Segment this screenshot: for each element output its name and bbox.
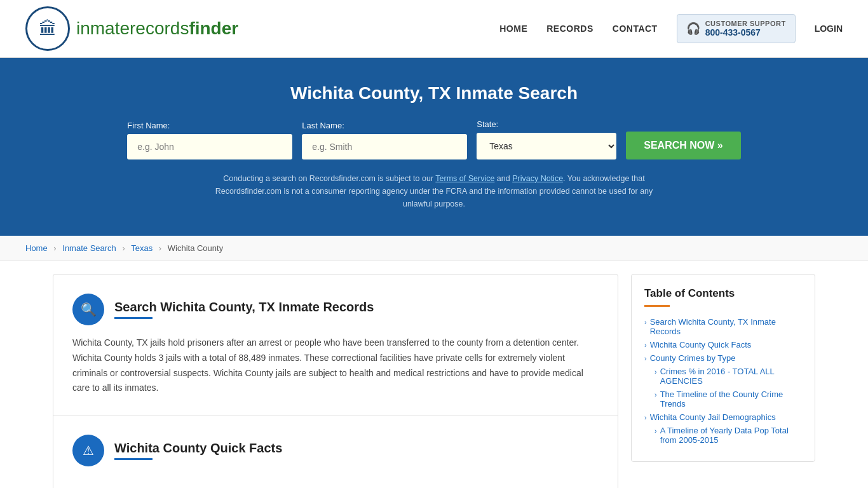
nav-home[interactable]: HOME <box>499 24 527 34</box>
chevron-icon-5: › <box>654 391 657 398</box>
toc-label-2: Wichita County Quick Facts <box>650 340 752 349</box>
main-nav: HOME RECORDS CONTACT 🎧 CUSTOMER SUPPORT … <box>499 14 843 43</box>
logo-text-bold: finder <box>189 18 238 38</box>
headset-icon: 🎧 <box>686 22 700 36</box>
chevron-icon-6: › <box>644 414 647 421</box>
breadcrumb-sep-3: › <box>159 243 161 253</box>
toc-label-6: Wichita County Jail Demographics <box>650 412 776 422</box>
chevron-icon-7: › <box>654 427 657 435</box>
section-title-wrap-1: Search Wichita County, TX Inmate Records <box>114 300 374 319</box>
state-label: State: <box>477 119 498 129</box>
warning-circle-icon: ⚠ <box>72 435 104 466</box>
toc-title: Table of Contents <box>644 287 802 300</box>
last-name-input[interactable] <box>302 134 467 159</box>
inmate-records-section: 🔍 Search Wichita County, TX Inmate Recor… <box>53 274 618 416</box>
first-name-input[interactable] <box>127 134 292 159</box>
search-circle-icon: 🔍 <box>72 294 104 325</box>
support-number: 800-433-0567 <box>705 27 786 37</box>
toc-label-3: County Crimes by Type <box>650 353 736 363</box>
chevron-icon-1: › <box>644 318 647 326</box>
toc-box: Table of Contents › Search Wichita Count… <box>631 274 815 462</box>
customer-support-box: 🎧 CUSTOMER SUPPORT 800-433-0567 <box>677 14 796 43</box>
breadcrumb-sep-2: › <box>122 243 125 253</box>
toc-link-4[interactable]: › Crimes % in 2016 - TOTAL ALL AGENCIES <box>654 367 802 386</box>
first-name-label: First Name: <box>127 121 170 130</box>
toc-link-6[interactable]: › Wichita County Jail Demographics <box>644 412 802 422</box>
section-title-wrap-2: Wichita County Quick Facts <box>114 441 282 460</box>
toc-item-2: › Wichita County Quick Facts <box>644 340 802 349</box>
toc-label-5: The Timeline of the County Crime Trends <box>660 390 802 409</box>
toc-item-5: › The Timeline of the County Crime Trend… <box>644 390 802 409</box>
chevron-icon-4: › <box>654 368 657 376</box>
toc-item-4: › Crimes % in 2016 - TOTAL ALL AGENCIES <box>644 367 802 386</box>
section-body-1: Wichita County, TX jails hold prisoners … <box>72 336 599 396</box>
breadcrumb-current: Wichita County <box>168 243 223 253</box>
first-name-group: First Name: <box>127 121 292 159</box>
tos-link[interactable]: Terms of Service <box>435 174 494 183</box>
site-header: 🏛 inmaterecordsfinder HOME RECORDS CONTA… <box>0 0 868 58</box>
logo-circle: 🏛 <box>25 6 70 51</box>
state-group: State: Texas Alabama Alaska Arizona Cali… <box>477 119 616 159</box>
hero-section: Wichita County, TX Inmate Search First N… <box>0 58 868 236</box>
toc-link-3[interactable]: › County Crimes by Type <box>644 353 802 363</box>
main-container: 🔍 Search Wichita County, TX Inmate Recor… <box>27 274 841 488</box>
toc-item-7: › A Timeline of Yearly Data Pop Total fr… <box>644 426 802 445</box>
title-underline-1 <box>114 317 153 319</box>
warning-icon: ⚠ <box>83 443 94 458</box>
toc-label-4: Crimes % in 2016 - TOTAL ALL AGENCIES <box>660 367 802 386</box>
breadcrumb-home[interactable]: Home <box>25 243 48 253</box>
toc-link-1[interactable]: › Search Wichita County, TX Inmate Recor… <box>644 317 802 336</box>
search-icon: 🔍 <box>81 302 97 317</box>
section-title-1: Search Wichita County, TX Inmate Records <box>114 300 374 315</box>
support-label: CUSTOMER SUPPORT <box>705 20 786 27</box>
last-name-group: Last Name: <box>302 121 467 159</box>
chevron-icon-2: › <box>644 341 647 349</box>
content-area: 🔍 Search Wichita County, TX Inmate Recor… <box>53 274 618 488</box>
nav-contact[interactable]: CONTACT <box>613 24 658 34</box>
toc-label-1: Search Wichita County, TX Inmate Records <box>650 317 802 336</box>
last-name-label: Last Name: <box>302 121 344 130</box>
toc-list: › Search Wichita County, TX Inmate Recor… <box>644 317 802 445</box>
toc-link-7[interactable]: › A Timeline of Yearly Data Pop Total fr… <box>654 426 802 445</box>
state-select[interactable]: Texas Alabama Alaska Arizona California … <box>477 133 616 159</box>
breadcrumb-sep-1: › <box>53 243 56 253</box>
toc-item-3: › County Crimes by Type <box>644 353 802 363</box>
disclaimer-text: Conducting a search on Recordsfinder.com… <box>212 172 656 210</box>
toc-link-2[interactable]: › Wichita County Quick Facts <box>644 340 802 349</box>
section-header-2: ⚠ Wichita County Quick Facts <box>72 435 599 466</box>
section-header-1: 🔍 Search Wichita County, TX Inmate Recor… <box>72 294 599 325</box>
logo-area: 🏛 inmaterecordsfinder <box>25 6 238 51</box>
quick-facts-section: ⚠ Wichita County Quick Facts <box>53 416 618 488</box>
toc-label-7: A Timeline of Yearly Data Pop Total from… <box>660 426 802 445</box>
sidebar: Table of Contents › Search Wichita Count… <box>631 274 815 488</box>
breadcrumb: Home › Inmate Search › Texas › Wichita C… <box>0 236 868 261</box>
breadcrumb-texas[interactable]: Texas <box>131 243 153 253</box>
toc-link-5[interactable]: › The Timeline of the County Crime Trend… <box>654 390 802 409</box>
support-info: CUSTOMER SUPPORT 800-433-0567 <box>705 20 786 37</box>
title-underline-2 <box>114 458 153 460</box>
toc-item-6: › Wichita County Jail Demographics <box>644 412 802 422</box>
section-title-2: Wichita County Quick Facts <box>114 441 282 456</box>
logo-text-regular: inmaterecords <box>76 18 189 38</box>
nav-login[interactable]: LOGIN <box>815 24 843 34</box>
logo-text: inmaterecordsfinder <box>76 18 238 39</box>
logo-icon: 🏛 <box>39 18 57 39</box>
nav-records[interactable]: RECORDS <box>546 24 593 34</box>
hero-title: Wichita County, TX Inmate Search <box>13 83 855 104</box>
toc-item-1: › Search Wichita County, TX Inmate Recor… <box>644 317 802 336</box>
toc-divider <box>644 305 670 307</box>
privacy-link[interactable]: Privacy Notice <box>512 174 563 183</box>
search-form: First Name: Last Name: State: Texas Alab… <box>13 119 855 159</box>
chevron-icon-3: › <box>644 355 647 362</box>
breadcrumb-inmate-search[interactable]: Inmate Search <box>62 243 116 253</box>
search-button[interactable]: SEARCH NOW » <box>626 132 740 159</box>
